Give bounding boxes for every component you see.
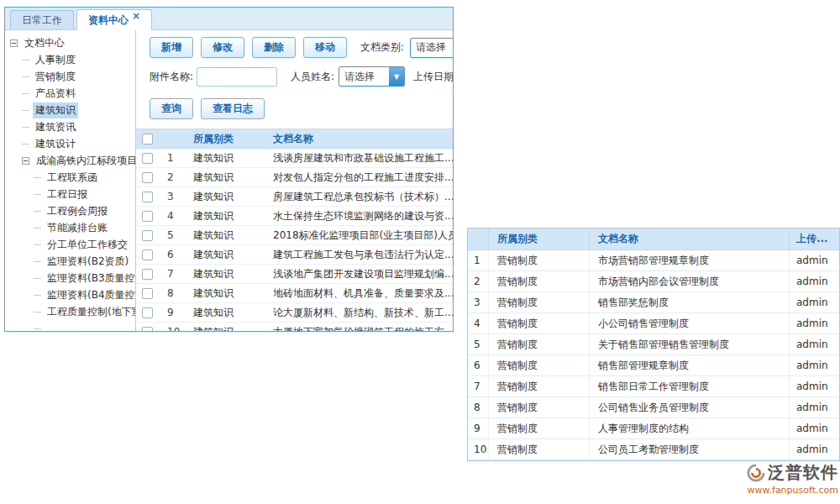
doc-table-row[interactable]: 5建筑知识2018标准化监理项目部(业主项目部)人员... <box>136 226 453 245</box>
row-category: 营销制度 <box>488 250 589 270</box>
doc-table-row[interactable]: 10建筑知识大厦地下室加气砼墙砌筑工程的施工方... <box>136 323 453 331</box>
attachment-name-input[interactable] <box>197 67 277 87</box>
row-uploader: admin <box>789 313 839 333</box>
select-all-checkbox[interactable] <box>142 134 153 144</box>
delete-button[interactable]: 删除 <box>252 37 296 58</box>
tree-item-label: 产品资料 <box>33 86 78 102</box>
row-checkbox[interactable] <box>142 307 153 318</box>
row-checkbox[interactable] <box>142 230 153 241</box>
result-table-row[interactable]: 2营销制度市场营销内部会议管理制度admin <box>468 271 839 292</box>
row-category: 建筑知识 <box>185 228 265 243</box>
fanpu-logo-url: www.fanpusoft.com <box>727 485 838 496</box>
row-doc-name: 房屋建筑工程总承包投标书（技术标）... <box>265 190 453 204</box>
row-number: 8 <box>158 287 185 299</box>
result-table-row[interactable]: 3营销制度销售部奖惩制度admin <box>468 292 839 313</box>
row-check-cell <box>136 230 158 241</box>
row-checkbox[interactable] <box>142 327 153 332</box>
row-checkbox[interactable] <box>142 211 153 222</box>
tree-item[interactable]: 工程联系函 <box>5 169 135 186</box>
row-check-cell <box>136 192 158 202</box>
row-uploader: admin <box>789 355 839 375</box>
tree-item[interactable]: 成渝高铁内江标段项目 <box>5 152 135 169</box>
row-number: 1 <box>158 152 185 164</box>
doc-table-row[interactable]: 1建筑知识浅谈房屋建筑和市政基础设施工程施工... <box>136 149 453 168</box>
tree-item[interactable]: 工程日报 <box>5 186 135 202</box>
tree-item[interactable]: 营销制度 <box>5 68 135 85</box>
row-checkbox[interactable] <box>142 172 153 183</box>
row-number: 4 <box>468 313 488 333</box>
doc-table-row[interactable]: 8建筑知识地砖地面材料、机具准备、质量要求及... <box>136 284 453 303</box>
move-button[interactable]: 移动 <box>303 37 347 58</box>
tab-1[interactable]: 资料中心× <box>76 9 152 30</box>
doc-table-row[interactable]: 2建筑知识对发包人指定分包的工程施工进度安排... <box>136 168 453 187</box>
result-table-row[interactable]: 8营销制度公司销售业务员管理制度admin <box>468 397 839 418</box>
result-table-row[interactable]: 10营销制度公司员工考勤管理制度admin <box>468 439 839 460</box>
tree-item-label: 工程联系函 <box>45 170 100 186</box>
doc-table-row[interactable]: 7建筑知识浅谈地产集团开发建设项目监理规划编... <box>136 265 453 284</box>
fanpu-logo-text: 泛普软件 <box>768 461 838 484</box>
tree-branch-line <box>22 144 29 144</box>
doc-type-select[interactable]: 请选择 ▼ <box>410 38 453 58</box>
tree-item[interactable]: 监理资料(B3质量控制) <box>5 270 135 286</box>
result-table-row[interactable]: 1营销制度市场营销部管理规章制度admin <box>468 250 839 271</box>
doc-table-row[interactable]: 6建筑知识建筑工程施工发包与承包违法行为认定... <box>136 245 453 265</box>
tree-item-label: 成渝高铁内江标段项目 <box>34 153 136 169</box>
tab-close-icon[interactable]: × <box>132 11 140 21</box>
collapse-minus-icon[interactable] <box>22 157 29 165</box>
tab-0[interactable]: 日常工作 <box>10 10 74 29</box>
row-check-cell <box>136 249 158 260</box>
tree-item-label: 监理资料(B4质量控制) <box>45 287 136 303</box>
tree-item[interactable]: 文档中心 <box>5 34 135 51</box>
result-table-row[interactable]: 9营销制度人事管理制度的结构admin <box>468 418 839 439</box>
tree-item-label: 建筑设计 <box>33 136 78 152</box>
chevron-down-icon[interactable]: ▼ <box>389 67 404 86</box>
row-checkbox[interactable] <box>142 288 153 299</box>
tree-item[interactable] <box>5 320 135 331</box>
tree-item-label: 工程日报 <box>45 186 90 202</box>
result-table-row[interactable]: 7营销制度销售部日常工作管理制度admin <box>468 376 839 397</box>
row-checkbox[interactable] <box>142 153 153 164</box>
row-checkbox[interactable] <box>142 249 153 260</box>
row-doc-name: 2018标准化监理项目部(业主项目部)人员... <box>265 228 453 243</box>
tree-item[interactable]: 分工单位工作移交 <box>5 236 135 253</box>
row-category: 营销制度 <box>488 313 589 333</box>
tree-item[interactable]: 建筑知识 <box>5 102 135 118</box>
edit-button[interactable]: 修改 <box>201 37 244 58</box>
view-log-button[interactable]: 查看日志 <box>201 98 265 119</box>
row-check-cell <box>136 172 158 183</box>
tree-item[interactable]: 建筑资讯 <box>5 118 135 135</box>
row-checkbox[interactable] <box>142 269 153 280</box>
doc-table-row[interactable]: 4建筑知识水土保持生态环境监测网络的建设与资... <box>136 207 453 226</box>
tree-item[interactable]: 人事制度 <box>5 51 135 68</box>
tree-item[interactable]: 监理资料(B4质量控制) <box>5 286 135 303</box>
row-number: 9 <box>158 307 185 318</box>
row-uploader: admin <box>789 418 839 438</box>
row-uploader: admin <box>789 439 839 459</box>
tree-item[interactable]: 产品资料 <box>5 85 135 102</box>
collapse-minus-icon[interactable] <box>10 39 18 47</box>
row-number: 3 <box>158 191 185 202</box>
result-table-row[interactable]: 5营销制度关于销售部管理销售管理制度admin <box>468 334 839 355</box>
content-area: 新增修改删除移动 文档类别: 请选择 ▼ 文档 附件名称: 人员姓名: 请选择 … <box>136 30 453 331</box>
toolbar-buttons: 新增修改删除移动 <box>150 37 347 58</box>
result-table-row[interactable]: 6营销制度销售部管理规章制度admin <box>468 355 839 376</box>
row-doc-name: 浅谈地产集团开发建设项目监理规划编... <box>265 267 453 281</box>
result-table-row[interactable]: 4营销制度小公司销售管理制度admin <box>468 313 839 334</box>
row-checkbox[interactable] <box>142 192 153 202</box>
row-category: 营销制度 <box>488 397 589 417</box>
query-button[interactable]: 查询 <box>150 98 193 119</box>
header-uploader: 上传... <box>789 228 839 249</box>
row-doc-name: 销售部管理规章制度 <box>589 355 789 375</box>
tree-item[interactable]: 建筑设计 <box>5 135 135 152</box>
tree-item[interactable]: 工程质量控制(地下室) <box>5 303 135 320</box>
doc-table-row[interactable]: 3建筑知识房屋建筑工程总承包投标书（技术标）... <box>136 187 453 207</box>
add-button[interactable]: 新增 <box>150 37 193 58</box>
header-checkbox-cell <box>136 134 158 144</box>
header-row-number <box>468 228 488 249</box>
doc-table-row[interactable]: 9建筑知识论大厦新材料、新结构、新技术、新工... <box>136 303 453 323</box>
person-name-select[interactable]: 请选择 ▼ <box>339 66 405 87</box>
tree-item[interactable]: 节能减排台账 <box>5 219 135 236</box>
row-category: 建筑知识 <box>185 286 265 301</box>
tree-item[interactable]: 监理资料(B2资质) <box>5 253 135 270</box>
tree-item[interactable]: 工程例会周报 <box>5 202 135 219</box>
